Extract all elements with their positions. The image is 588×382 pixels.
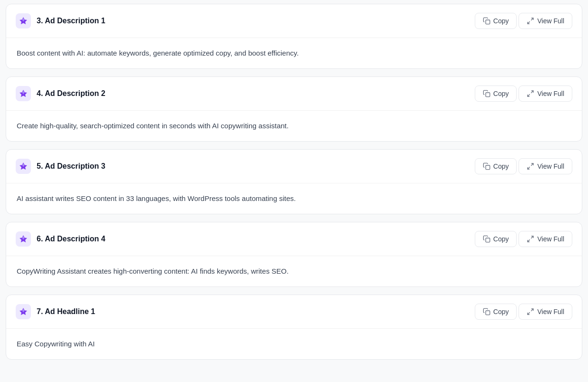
svg-line-8 <box>528 167 530 169</box>
card-content: Boost content with AI: automate keywords… <box>6 38 582 68</box>
expand-icon <box>527 235 534 243</box>
svg-line-2 <box>528 21 530 24</box>
card-actions: Copy View Full <box>475 304 572 320</box>
diamond-icon <box>16 86 31 101</box>
card-title-group: 6. Ad Description 4 <box>16 231 105 247</box>
card-content: Easy Copywriting with AI <box>6 329 582 359</box>
diamond-icon <box>16 13 31 29</box>
svg-line-1 <box>531 18 534 20</box>
card-header: 5. Ad Description 3 Copy <box>6 150 582 183</box>
svg-rect-6 <box>486 165 490 170</box>
card-card-7: 7. Ad Headline 1 Copy <box>6 295 582 360</box>
card-title-group: 7. Ad Headline 1 <box>16 304 95 319</box>
expand-icon <box>527 162 534 170</box>
copy-button[interactable]: Copy <box>475 158 517 174</box>
card-card-5: 5. Ad Description 3 Copy <box>6 149 582 214</box>
svg-line-4 <box>531 91 534 93</box>
card-title: 3. Ad Description 1 <box>37 17 105 25</box>
card-title: 7. Ad Headline 1 <box>37 307 95 316</box>
copy-button[interactable]: Copy <box>475 304 517 320</box>
svg-rect-12 <box>486 311 490 315</box>
svg-rect-0 <box>486 20 490 24</box>
card-title-group: 5. Ad Description 3 <box>16 159 105 174</box>
card-header: 7. Ad Headline 1 Copy <box>6 295 582 329</box>
diamond-icon <box>16 231 31 247</box>
card-content: AI assistant writes SEO content in 33 la… <box>6 183 582 214</box>
svg-rect-3 <box>486 93 490 97</box>
diamond-icon <box>16 159 31 174</box>
card-title: 5. Ad Description 3 <box>37 162 105 171</box>
card-actions: Copy View Full <box>475 231 572 247</box>
svg-line-5 <box>528 94 530 96</box>
card-title-group: 4. Ad Description 2 <box>16 86 105 101</box>
card-header: 3. Ad Description 1 Copy <box>6 4 582 38</box>
copy-icon <box>483 308 490 315</box>
diamond-icon <box>16 304 31 319</box>
view-full-button[interactable]: View Full <box>519 13 572 29</box>
view-full-button[interactable]: View Full <box>519 304 572 320</box>
svg-line-7 <box>531 163 534 166</box>
svg-line-13 <box>531 309 534 311</box>
card-actions: Copy View Full <box>475 13 572 29</box>
card-header: 6. Ad Description 4 Copy <box>6 222 582 256</box>
svg-line-14 <box>528 312 530 315</box>
card-content: CopyWriting Assistant creates high-conve… <box>6 256 582 286</box>
view-full-button[interactable]: View Full <box>519 158 572 174</box>
expand-icon <box>527 308 534 315</box>
card-card-6: 6. Ad Description 4 Copy <box>6 222 582 287</box>
view-full-button[interactable]: View Full <box>519 86 572 102</box>
card-actions: Copy View Full <box>475 86 572 102</box>
svg-line-10 <box>531 236 534 239</box>
card-content: Create high-quality, search-optimized co… <box>6 111 582 141</box>
expand-icon <box>527 90 534 97</box>
copy-button[interactable]: Copy <box>475 231 517 247</box>
copy-icon <box>483 90 490 97</box>
expand-icon <box>527 17 534 25</box>
card-actions: Copy View Full <box>475 158 572 174</box>
card-title: 4. Ad Description 2 <box>37 89 105 98</box>
copy-button[interactable]: Copy <box>475 86 517 102</box>
svg-rect-9 <box>486 238 490 242</box>
card-title-group: 3. Ad Description 1 <box>16 13 105 29</box>
card-card-4: 4. Ad Description 2 Copy <box>6 76 582 142</box>
copy-icon <box>483 235 490 243</box>
view-full-button[interactable]: View Full <box>519 231 572 247</box>
card-header: 4. Ad Description 2 Copy <box>6 77 582 111</box>
card-card-3: 3. Ad Description 1 Copy <box>6 4 582 69</box>
card-title: 6. Ad Description 4 <box>37 235 105 243</box>
cards-container: 3. Ad Description 1 Copy <box>0 0 588 363</box>
svg-line-11 <box>528 239 530 242</box>
copy-icon <box>483 162 490 170</box>
copy-icon <box>483 17 490 25</box>
copy-button[interactable]: Copy <box>475 13 517 29</box>
